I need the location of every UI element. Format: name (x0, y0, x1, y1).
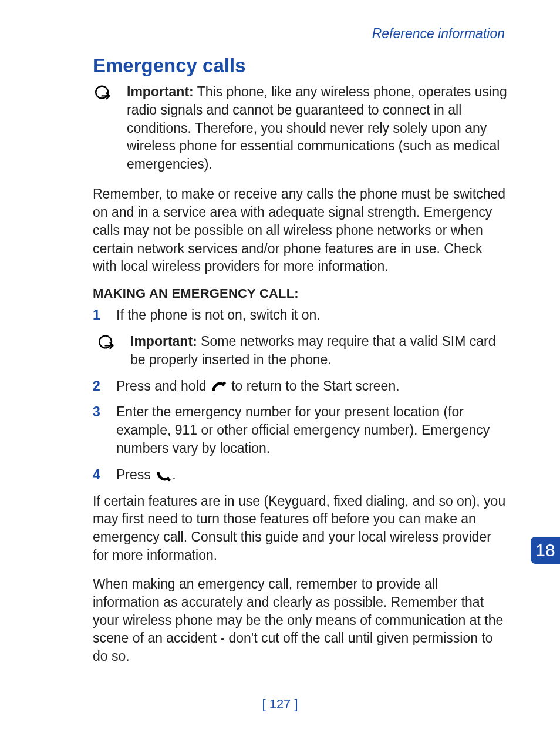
important-text: Important: Some networks may require tha… (130, 332, 507, 369)
paragraph-1: Remember, to make or receive any calls t… (93, 185, 507, 275)
step-4: 4 Press . (93, 466, 507, 484)
page-heading: Emergency calls (93, 55, 507, 77)
important-note-1: Important: This phone, like any wireless… (93, 83, 507, 173)
subheading: MAKING AN EMERGENCY CALL: (93, 286, 507, 301)
step-number: 4 (93, 466, 101, 484)
paragraph-2: If certain features are in use (Keyguard… (93, 492, 507, 564)
important-label: Important: (127, 84, 194, 99)
svg-point-2 (222, 381, 225, 384)
step-text: Press . (116, 466, 507, 484)
note-arrow-icon (96, 332, 117, 369)
steps-list-cont: 2 Press and hold to return to the Start … (93, 377, 507, 484)
important-note-2: Important: Some networks may require tha… (93, 332, 507, 369)
section-label: Reference information (93, 26, 507, 42)
step-3: 3 Enter the emergency number for your pr… (93, 403, 507, 457)
important-text: Important: This phone, like any wireless… (127, 83, 507, 173)
step-2: 2 Press and hold to return to the Start … (93, 377, 507, 395)
step-number: 3 (93, 403, 101, 457)
end-key-icon (210, 380, 228, 394)
note-arrow-icon (93, 83, 114, 173)
step-text: Press and hold to return to the Start sc… (116, 377, 507, 395)
step-number: 2 (93, 377, 101, 395)
step-text: If the phone is not on, switch it on. (116, 306, 507, 324)
page: Reference information Emergency calls Im… (0, 0, 560, 733)
important-label: Important: (130, 334, 197, 349)
paragraph-3: When making an emergency call, remember … (93, 575, 507, 665)
step-number: 1 (93, 306, 101, 324)
call-key-icon (154, 469, 172, 483)
chapter-tab: 18 (531, 537, 560, 564)
step-1: 1 If the phone is not on, switch it on. (93, 306, 507, 324)
step-text: Enter the emergency number for your pres… (116, 403, 507, 457)
svg-point-3 (168, 478, 171, 481)
page-number: [ 127 ] (0, 697, 560, 712)
steps-list: 1 If the phone is not on, switch it on. (93, 306, 507, 324)
